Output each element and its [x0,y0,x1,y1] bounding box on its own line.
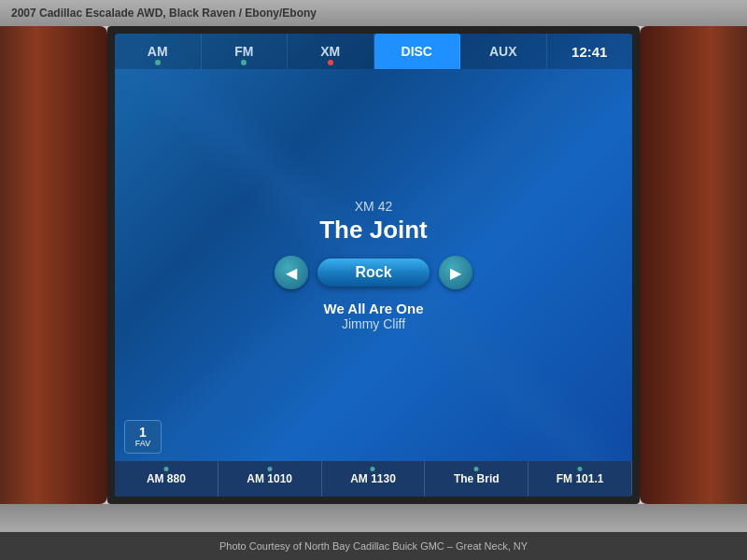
time-display: 12:41 [547,34,633,69]
preset-5-dot [578,467,583,471]
prev-button[interactable]: ◀ [275,256,308,289]
content-area: XM 42 The Joint ◀ Rock ▶ We All Are One … [115,69,632,461]
page-title: 2007 Cadillac Escalade AWD, Black Raven … [11,7,317,20]
footer-bar: Photo Courtesy of North Bay Cadillac Bui… [0,532,747,560]
genre-pill: Rock [317,259,429,287]
artist-name: Jimmy Cliff [324,316,424,331]
preset-2[interactable]: AM 1010 [218,461,322,497]
nav-tabs: AM FM XM DISC AUX 12:41 [115,34,632,69]
tab-am[interactable]: AM [115,34,202,69]
song-info: We All Are One Jimmy Cliff [324,301,424,331]
preset-3-dot [371,467,375,471]
song-title: We All Are One [324,301,424,316]
next-button[interactable]: ▶ [439,256,472,289]
fav-button[interactable]: 1 FAV [124,420,162,454]
tab-xm[interactable]: XM [288,34,374,69]
footer-credit: Photo Courtesy of North Bay Cadillac Bui… [219,540,528,552]
right-wood-panel [640,26,747,504]
screen-wrapper: AM FM XM DISC AUX 12:41 XM 42 [107,26,640,504]
tab-disc[interactable]: DISC [374,34,461,69]
preset-5[interactable]: FM 101.1 [529,461,632,497]
presets-row: AM 880 AM 1010 AM 1130 The Brid FM 101.1 [115,461,632,497]
left-wood-panel [0,26,107,504]
tab-aux[interactable]: AUX [460,34,547,69]
genre-row: ◀ Rock ▶ [122,256,625,289]
preset-3[interactable]: AM 1130 [322,461,426,497]
fm-dot [241,60,247,65]
preset-1[interactable]: AM 880 [115,461,218,497]
am-dot [155,60,161,65]
channel-label: XM 42 [355,199,392,214]
station-name: The Joint [319,216,428,245]
preset-2-dot [267,467,272,471]
page-header: 2007 Cadillac Escalade AWD, Black Raven … [0,0,747,26]
tab-fm[interactable]: FM [202,34,289,69]
preset-4-dot [474,467,479,471]
preset-4[interactable]: The Brid [425,461,529,497]
preset-1-dot [163,467,168,471]
xm-dot [328,60,333,65]
car-frame-bottom [0,504,747,532]
infotainment-screen: AM FM XM DISC AUX 12:41 XM 42 [115,34,632,497]
